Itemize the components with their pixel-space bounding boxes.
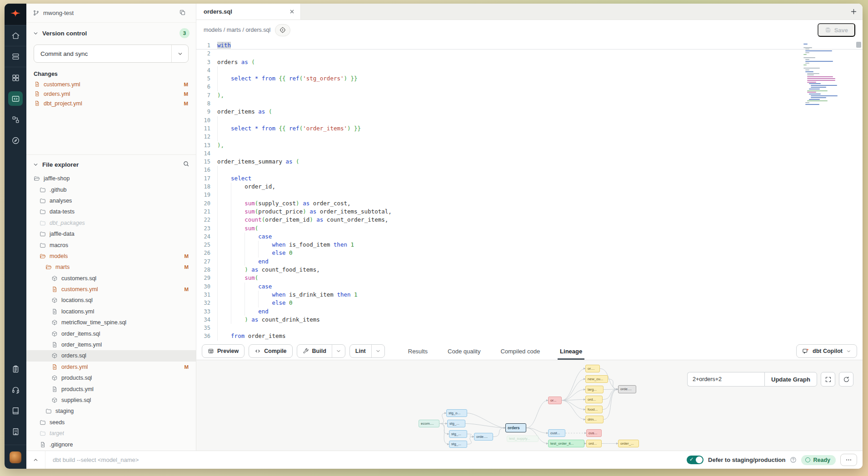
rail-item-support[interactable] (5, 379, 26, 400)
collapse-command-bar-button[interactable] (26, 451, 45, 469)
command-input[interactable] (45, 456, 687, 463)
close-icon[interactable] (289, 9, 295, 15)
update-graph-button[interactable]: Update Graph (764, 372, 817, 387)
user-avatar[interactable] (10, 451, 21, 463)
lineage-node-orde1[interactable]: orde.... (474, 433, 493, 441)
code-line-26[interactable]: 26else 0 (196, 249, 863, 257)
changed-file-customers.yml[interactable]: customers.ymlM (26, 79, 196, 89)
lint-button[interactable]: Lint (349, 344, 385, 358)
tab-results[interactable]: Results (406, 342, 430, 360)
lineage-node-orde_gray[interactable]: orde.... (618, 385, 636, 393)
build-dropdown[interactable] (332, 345, 345, 357)
changed-file-orders.yml[interactable]: orders.ymlM (26, 89, 196, 99)
lineage-node-food[interactable]: food... (585, 406, 603, 413)
lineage-node-test_order[interactable]: test_order_it... (548, 440, 584, 447)
commit-options-dropdown[interactable] (172, 51, 188, 57)
lineage-selector-input[interactable] (687, 372, 764, 387)
lineage-node-stg1[interactable]: stg_o... (446, 409, 467, 417)
compile-button[interactable]: Compile (249, 344, 292, 358)
code-line-1[interactable]: 1with (196, 41, 863, 50)
code-line-21[interactable]: 21sum(product_price) as order_items_subt… (196, 208, 863, 216)
tree-item-marts[interactable]: martsM (26, 262, 196, 273)
code-line-36[interactable]: 36from order_items (196, 332, 863, 340)
code-line-30[interactable]: 30case (196, 283, 863, 291)
rail-item-home[interactable] (5, 25, 26, 46)
code-line-12[interactable]: 12 (196, 133, 863, 141)
preview-button[interactable]: Preview (202, 344, 244, 358)
rail-item-organization[interactable] (5, 421, 26, 442)
view-lineage-button[interactable] (275, 24, 290, 36)
tree-item-jaffle-shop[interactable]: jaffle-shop (26, 173, 196, 184)
code-line-19[interactable]: 19 (196, 191, 863, 199)
tree-item-target[interactable]: target (26, 428, 196, 439)
lineage-node-orders[interactable]: orders (505, 423, 526, 432)
tab-compiled-code[interactable]: Compiled code (498, 342, 542, 360)
fullscreen-button[interactable] (821, 372, 835, 387)
code-line-8[interactable]: 8 (196, 99, 863, 108)
code-line-15[interactable]: 15order_items_summary as ( (196, 158, 863, 166)
tree-item-analyses[interactable]: analyses (26, 195, 196, 206)
lineage-node-or_pink[interactable]: or... (548, 397, 562, 404)
tree-item-data-tests[interactable]: data-tests (26, 206, 196, 217)
code-line-27[interactable]: 27end (196, 258, 863, 266)
editor-minimap[interactable] (803, 44, 833, 107)
code-line-10[interactable]: 10 (196, 116, 863, 124)
rail-item-apps[interactable] (5, 67, 26, 88)
code-line-4[interactable]: 4 (196, 66, 863, 74)
tree-item-metricflow_time_spine.sql[interactable]: metricflow_time_spine.sql (26, 317, 196, 328)
lineage-node-cus_pink[interactable]: cus... (586, 429, 602, 437)
lineage-node-ord_y[interactable]: ord... (585, 396, 603, 403)
code-line-2[interactable]: 2 (196, 50, 863, 58)
lineage-node-ecom[interactable]: ecom.... (419, 420, 439, 427)
more-options-button[interactable] (840, 454, 857, 466)
tree-item-customers.yml[interactable]: customers.ymlM (26, 284, 196, 295)
tree-item-orders.sql[interactable]: orders.sql (26, 350, 196, 361)
version-control-header[interactable]: Version control 3 (26, 23, 196, 42)
tree-item-models[interactable]: modelsM (26, 251, 196, 262)
code-line-11[interactable]: 11select * from {{ ref('order_items') }} (196, 124, 863, 133)
code-line-28[interactable]: 28) as count_food_items, (196, 266, 863, 274)
tree-item-order_items.sql[interactable]: order_items.sql (26, 328, 196, 339)
code-line-32[interactable]: 32else 0 (196, 299, 863, 307)
code-line-29[interactable]: 29sum( (196, 274, 863, 282)
build-button[interactable]: Build (297, 344, 345, 358)
code-line-5[interactable]: 5select * from {{ ref('stg_orders') }} (196, 74, 863, 83)
code-line-3[interactable]: 3orders as ( (196, 58, 863, 66)
tab-code-quality[interactable]: Code quality (445, 342, 483, 360)
rail-item-explore[interactable] (5, 130, 26, 151)
lineage-node-order_y3[interactable]: order_... (618, 440, 639, 447)
tree-item-.github[interactable]: .github (26, 184, 196, 195)
code-line-35[interactable]: 35 (196, 324, 863, 332)
tree-item-orders.yml[interactable]: orders.ymlM (26, 362, 196, 372)
code-line-6[interactable]: 6 (196, 83, 863, 91)
tree-item-dbt_packages[interactable]: dbt_packages (26, 218, 196, 228)
defer-toggle[interactable]: ✓ (687, 456, 703, 464)
changed-file-dbt_project.yml[interactable]: dbt_project.ymlM (26, 99, 196, 108)
code-line-31[interactable]: 31when is_drink_item then 1 (196, 291, 863, 299)
file-search-button[interactable] (183, 160, 190, 169)
lineage-node-or_y[interactable]: or.... (585, 365, 600, 372)
lineage-node-stg4[interactable]: stg_... (449, 441, 467, 448)
code-line-13[interactable]: 13), (196, 141, 863, 149)
tree-item-order_items.yml[interactable]: order_items.yml (26, 339, 196, 350)
file-explorer-header[interactable]: File explorer (26, 155, 196, 172)
tree-item-macros[interactable]: macros (26, 239, 196, 250)
refresh-graph-button[interactable] (839, 372, 853, 387)
lineage-node-larg[interactable]: larg... (585, 386, 604, 393)
lineage-node-ord_y2[interactable]: ord... (586, 440, 602, 447)
rail-item-tasks[interactable] (5, 358, 26, 379)
tab-lineage[interactable]: Lineage (558, 342, 584, 360)
tree-item-jaffle-data[interactable]: jaffle-data (26, 228, 196, 239)
rail-item-projects[interactable] (5, 109, 26, 130)
lineage-node-stg2[interactable]: stg_... (447, 420, 465, 427)
copy-branch-button[interactable] (179, 9, 190, 17)
tree-item-products.sql[interactable]: products.sql (26, 372, 196, 383)
tree-item-locations.sql[interactable]: locations.sql (26, 295, 196, 306)
save-button[interactable]: Save (818, 23, 855, 37)
tree-item-locations.yml[interactable]: locations.yml (26, 306, 196, 317)
tab-orders-sql[interactable]: orders.sql (196, 4, 301, 20)
rail-item-develop-ide[interactable] (5, 88, 26, 109)
tree-item-products.yml[interactable]: products.yml (26, 383, 196, 394)
code-line-16[interactable]: 16 (196, 166, 863, 174)
code-line-14[interactable]: 14 (196, 149, 863, 158)
